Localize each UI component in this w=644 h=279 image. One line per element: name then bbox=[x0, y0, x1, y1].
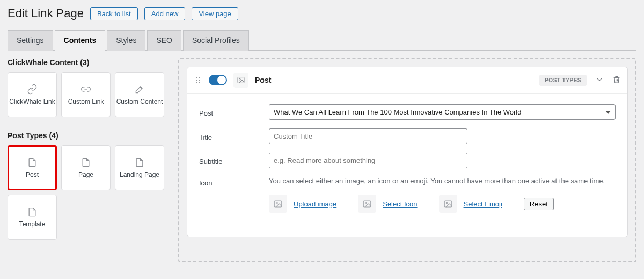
upload-image-link[interactable]: Upload image bbox=[294, 200, 336, 208]
post-types-heading: Post Types (4) bbox=[8, 131, 169, 140]
image-icon bbox=[358, 195, 376, 213]
title-input[interactable] bbox=[269, 128, 467, 144]
image-icon bbox=[233, 73, 248, 88]
svg-point-3 bbox=[199, 77, 200, 78]
title-field-label: Title bbox=[199, 131, 269, 141]
svg-marker-8 bbox=[605, 111, 611, 114]
type-card-label: Custom Content bbox=[116, 98, 163, 105]
svg-point-12 bbox=[365, 202, 367, 204]
tab-seo[interactable]: SEO bbox=[147, 30, 181, 51]
page-title: Edit Link Page bbox=[8, 6, 84, 20]
file-icon bbox=[27, 157, 38, 168]
file-icon bbox=[134, 157, 145, 168]
enable-toggle[interactable] bbox=[209, 75, 227, 85]
type-card-label: Custom Link bbox=[68, 98, 104, 105]
svg-rect-6 bbox=[238, 77, 244, 83]
chevron-down-icon[interactable] bbox=[595, 75, 604, 85]
post-select[interactable]: What We Can All Learn From The 100 Most … bbox=[269, 104, 616, 120]
type-card-landing-page[interactable]: Landing Page bbox=[115, 145, 164, 190]
tab-settings[interactable]: Settings bbox=[8, 30, 53, 51]
tab-contents[interactable]: Contents bbox=[55, 30, 106, 51]
svg-rect-11 bbox=[363, 201, 371, 207]
subtitle-field-label: Subtitle bbox=[199, 155, 269, 166]
panel-title: Post bbox=[255, 76, 271, 84]
drag-handle-icon[interactable] bbox=[194, 76, 202, 84]
svg-point-4 bbox=[199, 80, 200, 81]
type-card-label: Page bbox=[78, 171, 93, 178]
tab-styles[interactable]: Styles bbox=[107, 30, 145, 51]
type-card-page[interactable]: Page bbox=[61, 145, 111, 190]
link-icon bbox=[27, 84, 38, 95]
tab-social-profiles[interactable]: Social Profiles bbox=[183, 30, 249, 51]
icon-help-text: You can select either an image, an icon … bbox=[269, 177, 616, 185]
tabs: Settings Contents Styles SEO Social Prof… bbox=[8, 30, 636, 51]
edit-icon bbox=[134, 84, 145, 95]
image-icon bbox=[269, 195, 287, 213]
type-card-label: ClickWhale Link bbox=[9, 98, 55, 105]
content-item-panel: Post POST TYPES Post What We C bbox=[187, 67, 628, 237]
image-icon bbox=[439, 195, 457, 213]
type-card-custom-link[interactable]: Custom Link bbox=[61, 72, 111, 117]
post-select-value: What We Can All Learn From The 100 Most … bbox=[274, 108, 521, 116]
type-card-custom-content[interactable]: Custom Content bbox=[115, 72, 164, 117]
view-page-button[interactable]: View page bbox=[192, 7, 238, 20]
select-icon-link[interactable]: Select Icon bbox=[383, 200, 417, 208]
content-type-sidebar: ClickWhale Content (3) ClickWhale Link C… bbox=[8, 58, 169, 262]
reset-button[interactable]: Reset bbox=[524, 198, 554, 210]
svg-point-14 bbox=[446, 202, 448, 204]
add-new-button[interactable]: Add new bbox=[144, 7, 186, 20]
svg-point-10 bbox=[276, 202, 277, 204]
svg-point-7 bbox=[239, 78, 241, 80]
post-field-label: Post bbox=[199, 107, 269, 117]
svg-point-1 bbox=[196, 80, 197, 81]
svg-rect-9 bbox=[274, 201, 282, 207]
file-icon bbox=[80, 157, 91, 168]
delete-icon[interactable] bbox=[612, 75, 621, 85]
type-card-template[interactable]: Template bbox=[8, 195, 57, 240]
select-emoji-link[interactable]: Select Emoji bbox=[464, 200, 502, 208]
type-card-clickwhale-link[interactable]: ClickWhale Link bbox=[8, 72, 57, 117]
type-card-label: Post bbox=[26, 171, 39, 178]
post-types-badge[interactable]: POST TYPES bbox=[539, 75, 587, 86]
clickwhale-content-heading: ClickWhale Content (3) bbox=[8, 58, 169, 67]
svg-point-5 bbox=[199, 82, 200, 83]
chevron-down-icon bbox=[605, 110, 611, 115]
subtitle-input[interactable] bbox=[269, 153, 467, 168]
svg-rect-13 bbox=[444, 201, 452, 207]
type-card-post[interactable]: Post bbox=[8, 145, 57, 190]
chain-icon bbox=[80, 84, 91, 95]
content-dropzone[interactable]: Post POST TYPES Post What We C bbox=[178, 58, 636, 262]
type-card-label: Template bbox=[19, 220, 46, 228]
type-card-label: Landing Page bbox=[120, 171, 159, 178]
svg-point-2 bbox=[196, 82, 197, 83]
icon-field-label: Icon bbox=[199, 177, 269, 187]
svg-point-0 bbox=[196, 77, 197, 78]
back-to-list-button[interactable]: Back to list bbox=[90, 7, 138, 20]
file-icon bbox=[27, 206, 38, 217]
